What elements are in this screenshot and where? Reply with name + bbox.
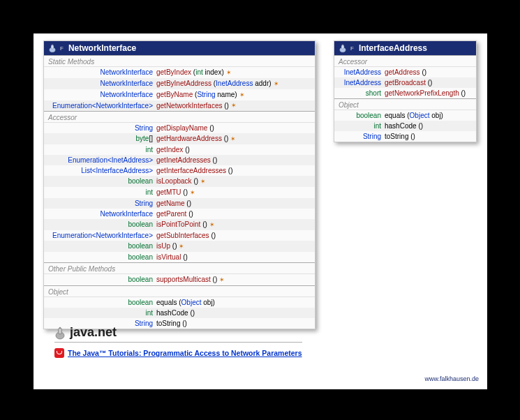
method-name: equals (385, 112, 405, 119)
return-type: InetAddress (339, 78, 385, 87)
method-params: () (202, 220, 207, 228)
svg-point-5 (342, 44, 343, 45)
throws-icon: ✶ (239, 91, 245, 100)
return-type: int (48, 308, 156, 317)
method-name: toString (385, 133, 408, 140)
method-name: equals (156, 299, 177, 306)
method-row: Enumeration<NetworkInterface>getSubInter… (44, 230, 315, 241)
method-name: getSubInterfaces (156, 232, 209, 239)
method-row: byte[]getHardwareAddress ()✶ (44, 133, 315, 144)
method-name: isVirtual (156, 253, 181, 261)
method-name: hashCode (385, 122, 417, 130)
method-row: List<InterfaceAddress>getInterfaceAddres… (44, 165, 315, 176)
method-row: NetworkInterfacegetByName (String name)✶ (44, 89, 315, 100)
package-block: java.net The Java™ Tutorials: Programmat… (54, 325, 302, 358)
method-signature: getParent () (156, 209, 311, 218)
method-params: () (209, 124, 214, 132)
credit-link[interactable]: www.falkhausen.de (424, 375, 479, 382)
throws-icon: ✶ (219, 276, 225, 285)
method-signature: isVirtual () (156, 253, 311, 262)
method-signature: getSubInterfaces () (156, 231, 311, 240)
bell-icon (339, 43, 347, 53)
tutorial-link[interactable]: The Java™ Tutorials: Programmatic Access… (68, 349, 302, 357)
method-row: InetAddressgetBroadcast () (334, 77, 476, 88)
throws-icon: ✶ (200, 177, 206, 186)
method-row: NetworkInterfacegetByInetAddress (InetAd… (44, 78, 315, 89)
method-name: getName (156, 200, 185, 207)
method-signature: equals (Object obj) (385, 111, 472, 120)
return-type: String (339, 132, 385, 141)
method-row: booleanisUp ()✶ (44, 241, 315, 252)
method-signature: getNetworkInterfaces ()✶ (156, 101, 311, 111)
method-signature: supportsMulticast ()✶ (156, 275, 311, 285)
return-type: List<InterfaceAddress> (48, 166, 156, 175)
class-panel-networkinterface: FNetworkInterfaceStatic MethodsNetworkIn… (43, 40, 315, 329)
return-type: boolean (48, 298, 156, 307)
return-type: boolean (48, 275, 156, 284)
class-flag: F (350, 45, 354, 52)
return-type: int (48, 188, 156, 197)
section-label: Object (44, 285, 315, 297)
return-type: String (48, 199, 156, 208)
diagram-canvas: FNetworkInterfaceStatic MethodsNetworkIn… (34, 33, 487, 389)
svg-rect-4 (341, 45, 344, 49)
method-signature: getMTU ()✶ (156, 188, 311, 197)
section-label: Object (334, 98, 476, 110)
throws-icon: ✶ (226, 68, 232, 77)
method-signature: getName () (156, 199, 311, 208)
method-row: inthashCode () (44, 308, 315, 318)
return-type: boolean (48, 177, 156, 186)
method-signature: getHardwareAddress ()✶ (156, 134, 311, 144)
section-label: Accessor (334, 55, 476, 67)
panel-header: FNetworkInterface (44, 41, 315, 55)
method-params: (String name) (195, 91, 237, 98)
method-row: booleanisLoopback ()✶ (44, 176, 315, 187)
return-type: Enumeration<NetworkInterface> (48, 101, 156, 110)
package-title: java.net (54, 325, 302, 343)
method-row: StringgetDisplayName () (44, 123, 315, 133)
section-label: Accessor (44, 111, 315, 123)
method-row: Enumeration<InetAddress>getInetAddresses… (44, 155, 315, 165)
method-signature: getByName (String name)✶ (156, 90, 311, 100)
method-params: () (183, 188, 188, 196)
class-flag: F (60, 45, 64, 52)
method-name: getByName (156, 91, 193, 98)
method-row: intgetIndex () (44, 144, 315, 155)
method-row: booleanisPointToPoint ()✶ (44, 219, 315, 230)
bell-icon (54, 326, 66, 340)
tutorial-link-row: The Java™ Tutorials: Programmatic Access… (54, 348, 302, 358)
method-params: () (224, 102, 229, 110)
method-row: inthashCode () (334, 121, 476, 131)
method-name: isUp (156, 242, 170, 250)
return-type: short (339, 89, 385, 98)
method-name: isLoopback (156, 177, 192, 185)
method-params: () (213, 276, 218, 283)
method-params: (int index) (193, 68, 224, 76)
method-signature: hashCode () (156, 308, 311, 317)
return-type: String (48, 123, 156, 133)
method-row: StringtoString () (334, 131, 476, 142)
oracle-icon (54, 348, 64, 358)
method-params: (Object obj) (407, 112, 443, 119)
method-row: booleanisVirtual () (44, 252, 315, 262)
method-params: () (418, 122, 423, 130)
method-params: () (188, 210, 193, 218)
class-title: NetworkInterface (68, 43, 136, 53)
method-row: Enumeration<NetworkInterface>getNetworkI… (44, 100, 315, 112)
method-params: () (190, 309, 195, 317)
method-params: () (422, 68, 426, 76)
method-row: booleanequals (Object obj) (44, 297, 315, 308)
method-signature: getInetAddresses () (156, 156, 311, 165)
method-name: supportsMulticast (156, 276, 211, 283)
method-params: () (211, 232, 216, 239)
method-row: intgetMTU ()✶ (44, 187, 315, 198)
method-row: NetworkInterfacegetParent () (44, 209, 315, 219)
method-params: () (172, 242, 177, 250)
return-type: int (339, 121, 385, 130)
return-type: NetworkInterface (48, 79, 156, 88)
method-params: () (186, 200, 191, 207)
return-type: boolean (48, 253, 156, 262)
method-params: () (224, 135, 229, 142)
method-signature: isPointToPoint ()✶ (156, 220, 311, 230)
method-signature: equals (Object obj) (156, 298, 311, 307)
